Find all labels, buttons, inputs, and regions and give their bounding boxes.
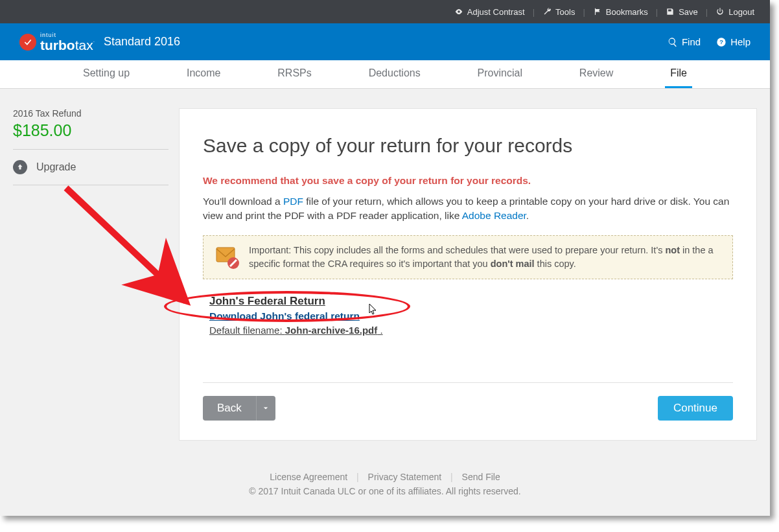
separator: | <box>583 7 585 17</box>
adjust-contrast-label: Adjust Contrast <box>467 7 525 17</box>
tools-button[interactable]: Tools <box>540 7 577 17</box>
download-return-link[interactable]: Download John's federal return <box>209 310 360 322</box>
find-label: Find <box>682 36 701 47</box>
refund-label: 2016 Tax Refund <box>13 108 169 119</box>
default-filename: Default filename: John-archive-16.pdf . <box>209 325 733 336</box>
return-section: John's Federal Return Download John's fe… <box>203 295 733 336</box>
tab-review[interactable]: Review <box>574 60 618 88</box>
logo[interactable]: intuit turbotax. Standard 2016 <box>19 32 180 52</box>
page-title: Save a copy of your return for your reco… <box>203 135 733 157</box>
wrench-icon <box>542 7 552 16</box>
save-icon <box>666 7 675 16</box>
bookmarks-label: Bookmarks <box>606 7 648 17</box>
save-label: Save <box>679 7 698 17</box>
sidebar: 2016 Tax Refund $185.00 Upgrade <box>13 108 169 441</box>
find-button[interactable]: Find <box>668 36 701 47</box>
power-icon <box>715 7 725 16</box>
pdf-link[interactable]: PDF <box>283 196 303 207</box>
tab-provincial[interactable]: Provincial <box>472 60 528 88</box>
caret-down-icon <box>263 406 268 411</box>
eye-icon <box>454 7 463 16</box>
save-button[interactable]: Save <box>663 7 701 17</box>
tools-label: Tools <box>555 7 575 17</box>
privacy-link[interactable]: Privacy Statement <box>368 472 442 482</box>
back-dropdown-button[interactable] <box>256 396 275 421</box>
separator: | <box>706 7 708 17</box>
license-link[interactable]: License Agreement <box>270 472 347 482</box>
logo-checkmark-icon <box>19 34 36 51</box>
separator: | <box>533 7 535 17</box>
footer: License Agreement | Privacy Statement | … <box>0 460 770 516</box>
app-header: intuit turbotax. Standard 2016 Find ? He… <box>0 23 770 60</box>
help-button[interactable]: ? Help <box>716 36 750 47</box>
back-button[interactable]: Back <box>203 396 256 421</box>
copyright-text: © 2017 Intuit Canada ULC or one of its a… <box>0 486 770 496</box>
help-label: Help <box>730 36 750 47</box>
upgrade-button[interactable]: Upgrade <box>13 150 169 185</box>
logout-button[interactable]: Logout <box>713 7 757 17</box>
continue-button[interactable]: Continue <box>658 396 733 421</box>
description-paragraph: You'll download a PDF file of your retur… <box>203 194 733 224</box>
tab-rrsps[interactable]: RRSPs <box>272 60 316 88</box>
help-icon: ? <box>716 37 727 47</box>
adjust-contrast-button[interactable]: Adjust Contrast <box>452 7 528 17</box>
upgrade-label: Upgrade <box>36 161 76 173</box>
envelope-nomail-icon <box>214 244 240 270</box>
important-note: Important: This copy includes all the fo… <box>203 235 733 279</box>
refund-amount: $185.00 <box>13 121 169 140</box>
tab-income[interactable]: Income <box>181 60 226 88</box>
adobe-reader-link[interactable]: Adobe Reader <box>462 210 526 221</box>
content-card: Save a copy of your return for your reco… <box>179 108 757 441</box>
tab-file[interactable]: File <box>665 60 692 88</box>
tab-setting-up[interactable]: Setting up <box>78 60 135 88</box>
utility-bar: Adjust Contrast | Tools | Bookmarks | Sa… <box>0 0 770 23</box>
sendfile-link[interactable]: Send File <box>462 472 500 482</box>
search-icon <box>668 37 678 47</box>
return-title: John's Federal Return <box>209 295 733 308</box>
svg-text:?: ? <box>719 39 723 45</box>
upgrade-arrow-icon <box>13 160 27 174</box>
recommend-text: We recommend that you save a copy of you… <box>203 175 733 187</box>
logo-text: intuit turbotax. <box>40 32 95 52</box>
tab-deductions[interactable]: Deductions <box>364 60 426 88</box>
edition-label: Standard 2016 <box>104 35 180 49</box>
nav-tabs: Setting up Income RRSPs Deductions Provi… <box>0 60 770 89</box>
separator: | <box>656 7 658 17</box>
bookmarks-button[interactable]: Bookmarks <box>590 7 651 17</box>
main-area: 2016 Tax Refund $185.00 Upgrade Save a c… <box>0 89 770 460</box>
logout-label: Logout <box>728 7 754 17</box>
flag-icon <box>593 7 602 16</box>
